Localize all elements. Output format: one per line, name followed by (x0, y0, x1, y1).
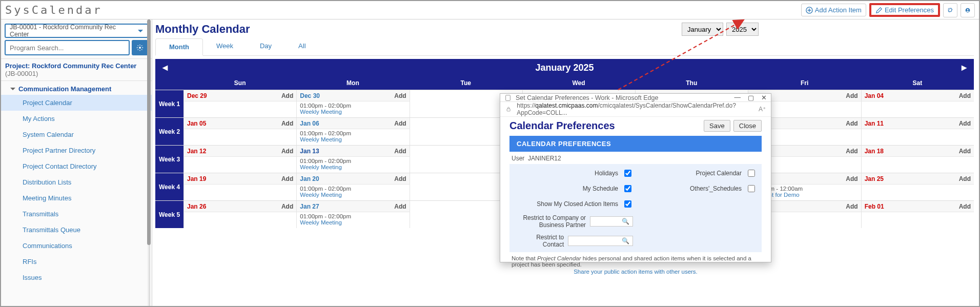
day-cell[interactable]: Jan 11Add (861, 118, 974, 145)
day-date: Jan 19 (187, 175, 206, 182)
restrict-contact-label: Restrict to Contact (515, 234, 564, 248)
reader-mode-icon[interactable]: A⁺ (759, 106, 766, 113)
add-event-button[interactable]: Add (281, 148, 293, 155)
nav-item-contact-directory[interactable]: Project Contact Directory (1, 158, 152, 174)
day-cell[interactable]: Jan 19Add (183, 173, 296, 200)
nav-item-distribution-lists[interactable]: Distribution Lists (1, 174, 152, 190)
nav-item-transmittals-queue[interactable]: Transmittals Queue (1, 222, 152, 238)
svg-rect-6 (507, 109, 510, 111)
holidays-checkbox[interactable] (624, 170, 631, 177)
close-button[interactable]: Close (733, 120, 762, 132)
project-select[interactable]: JB-00001 - Rockford Community Rec Center (5, 24, 148, 38)
add-event-button[interactable]: Add (959, 175, 971, 182)
search-settings-button[interactable] (132, 40, 148, 55)
add-event-button[interactable]: Add (281, 120, 293, 127)
nav-item-partner-directory[interactable]: Project Partner Directory (1, 142, 152, 158)
day-cell[interactable]: Dec 29Add (183, 90, 296, 117)
tab-month[interactable]: Month (155, 38, 203, 56)
popup-titlebar[interactable]: Set Calendar Preferences - Work - Micros… (500, 94, 771, 102)
day-cell[interactable]: Jan 27Add01:00pm - 02:00pmWeekly Meeting (296, 201, 409, 228)
nav-item-meeting-minutes[interactable]: Meeting Minutes (1, 190, 152, 206)
add-event-button[interactable]: Add (846, 203, 858, 210)
add-event-button[interactable]: Add (846, 92, 858, 99)
day-cell[interactable]: Feb 01Add (861, 201, 974, 228)
closed-items-checkbox[interactable] (624, 200, 631, 208)
prev-month-button[interactable]: ◄ (160, 63, 170, 73)
day-cell[interactable]: Jan 25Add (861, 173, 974, 200)
preferences-note: Note that Project Calendar hides persona… (509, 255, 762, 275)
day-cell[interactable]: Jan 12Add (183, 146, 296, 173)
add-event-button[interactable]: Add (394, 92, 406, 99)
close-window-button[interactable]: ✕ (761, 94, 767, 101)
tab-all[interactable]: All (285, 38, 319, 55)
day-cell[interactable]: Jan 18Add (861, 146, 974, 173)
nav-item-transmittals[interactable]: Transmittals (1, 206, 152, 222)
compose-button[interactable] (943, 3, 957, 17)
restrict-company-input[interactable]: 🔍 (590, 216, 633, 227)
nav-section-toggle[interactable]: Communication Management (1, 81, 152, 95)
calendar-header-row: Sun Mon Tue Wed Thu Fri Sat (155, 76, 974, 90)
save-button[interactable]: Save (704, 120, 730, 132)
tab-week[interactable]: Week (203, 38, 247, 55)
calendar-event[interactable]: 01:00pm - 02:00pmWeekly Meeting (297, 185, 409, 199)
calendar-event[interactable]: 01:00pm - 02:00pmWeekly Meeting (297, 212, 409, 227)
add-event-button[interactable]: Add (959, 120, 971, 127)
add-action-item-button[interactable]: Add Action Item (801, 4, 866, 16)
month-select[interactable]: January (682, 23, 723, 36)
day-cell[interactable]: Dec 30Add01:00pm - 02:00pmWeekly Meeting (296, 90, 409, 117)
my-schedule-checkbox[interactable] (624, 185, 631, 192)
add-event-button[interactable]: Add (281, 92, 293, 99)
nav-item-my-actions[interactable]: My Actions (1, 111, 152, 127)
day-cell[interactable]: Jan 20Add01:00pm - 02:00pmWeekly Meeting (296, 173, 409, 200)
sidebar: JB-00001 - Rockford Community Rec Center… (1, 19, 152, 306)
day-date: Dec 29 (187, 92, 207, 99)
add-event-button[interactable]: Add (394, 175, 406, 182)
calendar-event[interactable]: 01:00pm - 02:00pmWeekly Meeting (297, 157, 409, 171)
program-search-input[interactable] (5, 40, 130, 55)
tab-label: Month (169, 43, 189, 51)
add-event-button[interactable]: Add (846, 148, 858, 155)
restrict-contact-input[interactable]: 🔍 (568, 236, 633, 246)
restrict-company-label: Restrict to Company or Business Partner (515, 214, 586, 229)
next-month-button[interactable]: ► (959, 63, 969, 73)
nav-item-issues[interactable]: Issues (1, 270, 152, 285)
nav-item-communications[interactable]: Communications (1, 238, 152, 254)
day-cell[interactable]: Jan 06Add01:00pm - 02:00pmWeekly Meeting (296, 118, 409, 145)
day-cell[interactable]: Jan 04Add (861, 90, 974, 117)
share-link[interactable]: Share your public action items with othe… (512, 269, 760, 275)
calendar-event[interactable]: 01:00pm - 02:00pmWeekly Meeting (297, 101, 409, 116)
calendar-event[interactable]: 01:00pm - 02:00pmWeekly Meeting (297, 129, 409, 144)
nav-item-project-calendar[interactable]: Project Calendar (1, 95, 152, 111)
add-event-button[interactable]: Add (281, 175, 293, 182)
add-event-button[interactable]: Add (394, 203, 406, 210)
nav-section-label: Communication Management (18, 85, 111, 93)
sidebar-scrollbar-thumb[interactable] (147, 19, 151, 245)
add-event-button[interactable]: Add (281, 203, 293, 210)
day-cell[interactable]: Jan 13Add01:00pm - 02:00pmWeekly Meeting (296, 146, 409, 173)
search-icon[interactable]: 🔍 (622, 237, 629, 244)
add-event-button[interactable]: Add (394, 148, 406, 155)
edit-preferences-button[interactable]: Edit Preferences (869, 3, 940, 17)
year-select[interactable]: 2025 (726, 23, 759, 36)
day-cell[interactable]: Jan 05Add (183, 118, 296, 145)
my-schedule-label: My Schedule (583, 185, 618, 192)
nav-item-system-calendar[interactable]: System Calendar (1, 127, 152, 142)
add-event-button[interactable]: Add (846, 120, 858, 127)
add-event-button[interactable]: Add (394, 120, 406, 127)
project-calendar-checkbox[interactable] (748, 170, 755, 177)
minimize-button[interactable]: — (734, 94, 741, 101)
maximize-button[interactable]: ▢ (748, 94, 754, 101)
add-event-button[interactable]: Add (959, 148, 971, 155)
tab-day[interactable]: Day (247, 38, 285, 55)
nav-item-rfis[interactable]: RFIs (1, 254, 152, 270)
user-menu-button[interactable] (961, 3, 975, 17)
add-event-button[interactable]: Add (846, 175, 858, 182)
view-tabs: Month Week Day All (155, 38, 974, 56)
popup-url-bar: https://qalatest.cmicpaas.com/cmicqalate… (500, 102, 771, 117)
search-icon[interactable]: 🔍 (622, 218, 629, 225)
others-schedules-checkbox[interactable] (748, 185, 755, 192)
day-cell[interactable]: Jan 26Add (183, 201, 296, 228)
add-event-button[interactable]: Add (959, 203, 971, 210)
add-event-button[interactable]: Add (959, 92, 971, 99)
nav-item-label: My Actions (23, 115, 55, 122)
